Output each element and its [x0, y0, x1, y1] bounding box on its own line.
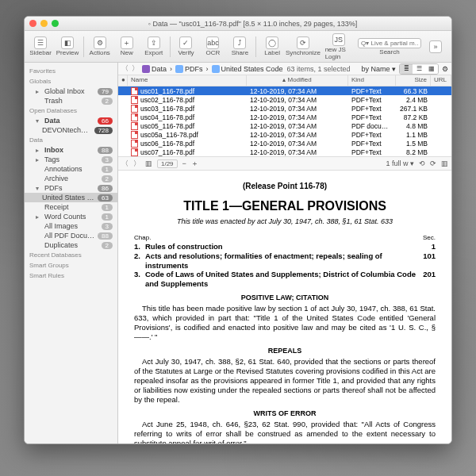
export-button[interactable]: ⇪Export: [141, 35, 167, 58]
doc-toolbar: 〈 〉 ▥ 1/29 − ＋ 1 full w ▾ ⟲ ⟳ ▥: [118, 156, 451, 171]
toolbar: ☰Sidebar ◧Preview ⚙Actions ＋New ⇪Export …: [25, 31, 451, 63]
path-meta: 63 items, 1 selected: [286, 65, 350, 73]
docnav-fwd[interactable]: 〉: [133, 159, 140, 169]
search-field[interactable]: Search: [358, 38, 421, 56]
table-row[interactable]: usc03_116-78.pdf12-10-2019, 07:34 AMPDF+…: [118, 104, 451, 113]
label-button[interactable]: ◯Label: [259, 35, 285, 58]
synchronize-button[interactable]: ⟳Synchronize: [286, 35, 320, 58]
forward-button[interactable]: 〉: [132, 63, 139, 74]
zoom-in-icon[interactable]: ＋: [191, 159, 198, 169]
sidebar-section-globals: Globals: [25, 76, 117, 86]
table-row[interactable]: usc02_116-78.pdf12-10-2019, 07:34 AMPDF+…: [118, 95, 451, 104]
doc-enacted: This title was enacted by act July 30, 1…: [134, 217, 436, 226]
path-seg-pdfs[interactable]: PDFs: [175, 65, 203, 73]
sidebar-item-support[interactable]: DEVONtech_Support…728: [25, 125, 117, 135]
login-button[interactable]: JSnew JS Login: [321, 32, 356, 62]
search-input[interactable]: [358, 38, 421, 48]
sidebar-item-inbox[interactable]: ▸Inbox88: [25, 145, 117, 155]
overflow-button[interactable]: »: [423, 39, 448, 55]
sidebar-item-tags[interactable]: ▸Tags3: [25, 155, 117, 164]
back-button[interactable]: 〈: [121, 63, 129, 74]
columns-icon[interactable]: ▥: [441, 159, 448, 167]
pages-icon[interactable]: ▥: [145, 159, 152, 167]
document-preview[interactable]: (Release Point 116-78) TITLE 1—GENERAL P…: [118, 171, 451, 443]
sidebar-section-smartgroups: Smart Groups: [25, 260, 117, 271]
sidebar-item-wordcounts[interactable]: ▸Word Counts1: [25, 212, 117, 221]
app-window: ◦ Data — "usc01_116-78.pdf" [8.5 × 11.0 …: [24, 16, 452, 444]
rotate-left-icon[interactable]: ⟲: [419, 159, 425, 167]
sidebar-button[interactable]: ☰Sidebar: [28, 35, 53, 58]
minimize-icon[interactable]: [40, 20, 48, 27]
list-header[interactable]: ● Name ▴ Modified Kind Size URL: [118, 75, 451, 86]
release-point: (Release Point 116-78): [134, 182, 436, 192]
sidebar-section-open-db: Open Databases: [25, 106, 117, 116]
sidebar-item-allimages[interactable]: All Images3: [25, 221, 117, 231]
zoom-icon[interactable]: [52, 20, 59, 27]
sidebar-item-trash[interactable]: Trash2: [25, 96, 117, 106]
sidebar-section-data: Data: [25, 135, 117, 145]
table-row[interactable]: usc01_116-78.pdf12-10-2019, 07:34 AMPDF+…: [118, 86, 451, 95]
actions-button[interactable]: ⚙Actions: [87, 35, 113, 58]
table-row[interactable]: usc05_116-78.pdf12-10-2019, 07:34 AMPDF …: [118, 121, 451, 130]
view-switcher[interactable]: ≣☰▦: [399, 63, 439, 75]
sidebar-item-pdfs[interactable]: ▾PDFs86: [25, 183, 117, 193]
sidebar-item-data-db[interactable]: ▾Data66: [25, 116, 117, 125]
file-list: usc01_116-78.pdf12-10-2019, 07:34 AMPDF+…: [118, 86, 451, 156]
gear-icon[interactable]: ⚙: [442, 65, 448, 73]
sidebar-section-favorites: Favorites: [25, 66, 117, 76]
sidebar-section-recent: Recent Databases: [25, 250, 117, 260]
docnav-back[interactable]: 〈: [121, 159, 129, 169]
window-title: ◦ Data — "usc01_116-78.pdf" [8.5 × 11.0 …: [59, 20, 447, 28]
table-row[interactable]: usc06_116-78.pdf12-10-2019, 07:34 AMPDF+…: [118, 139, 451, 148]
rotate-right-icon[interactable]: ⟳: [430, 159, 436, 167]
doc-title: TITLE 1—GENERAL PROVISIONS: [134, 198, 436, 214]
sidebar-item-allpdf[interactable]: All PDF Documents88: [25, 231, 117, 240]
table-row[interactable]: usc04_116-78.pdf12-10-2019, 07:34 AMPDF+…: [118, 113, 451, 121]
sidebar-item-duplicates[interactable]: Duplicates2: [25, 240, 117, 250]
table-row[interactable]: usc07_116-78.pdf12-10-2019, 07:34 AMPDF+…: [118, 148, 451, 156]
path-seg-usc[interactable]: United States Code: [212, 65, 283, 73]
sidebar-item-archive[interactable]: Archive2: [25, 174, 117, 183]
titlebar: ◦ Data — "usc01_116-78.pdf" [8.5 × 11.0 …: [25, 17, 451, 31]
sidebar-item-annotations[interactable]: Annotations1: [25, 164, 117, 174]
close-icon[interactable]: [29, 20, 36, 27]
sidebar-item-global-inbox[interactable]: ▸Global Inbox79: [25, 86, 117, 96]
path-seg-data[interactable]: Data: [142, 65, 167, 73]
zoom-out-icon[interactable]: −: [182, 159, 186, 167]
share-button[interactable]: ⤴Share: [227, 35, 252, 58]
sidebar-item-usc[interactable]: United States Code63: [25, 193, 117, 202]
table-row[interactable]: usc05a_116-78.pdf12-10-2019, 07:34 AMPDF…: [118, 130, 451, 139]
new-button[interactable]: ＋New: [114, 35, 140, 58]
sidebar-section-smartrules: Smart Rules: [25, 271, 117, 281]
sidebar: Favorites Globals ▸Global Inbox79 Trash2…: [25, 63, 118, 443]
page-fit[interactable]: 1 full w ▾: [386, 159, 414, 167]
verify-button[interactable]: ✓Verify: [173, 35, 198, 58]
sort-by[interactable]: by Name ▾: [361, 65, 396, 73]
path-bar: 〈 〉 Data› PDFs› United States Code 63 it…: [118, 63, 451, 75]
sidebar-item-receipt[interactable]: Receipt1: [25, 202, 117, 212]
page-indicator[interactable]: 1/29: [157, 159, 178, 168]
ocr-button[interactable]: abcOCR: [200, 35, 225, 58]
preview-button[interactable]: ◧Preview: [55, 35, 80, 58]
